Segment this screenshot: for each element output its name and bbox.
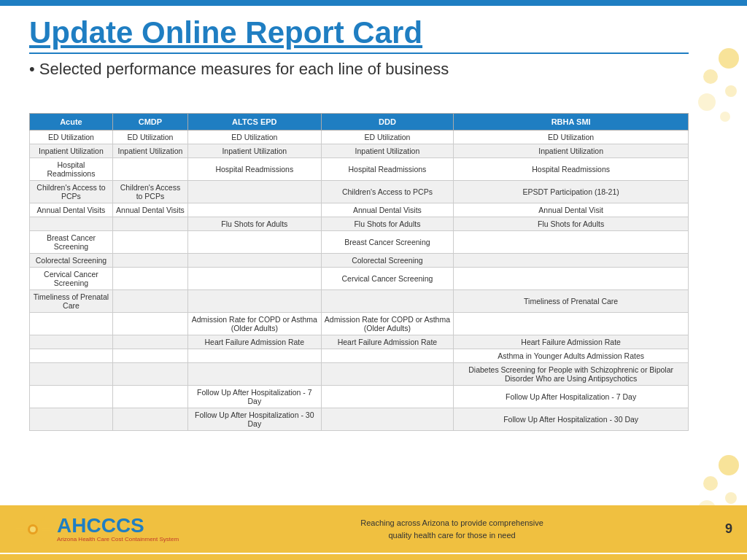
page-title: Update Online Report Card xyxy=(29,15,689,51)
table-cell: Hospital Readmissions xyxy=(30,158,113,181)
table-cell xyxy=(188,268,322,290)
table-row: Children's Access to PCPsChildren's Acce… xyxy=(30,181,689,203)
svg-point-19 xyxy=(30,526,36,532)
table-row: Heart Failure Admission RateHeart Failur… xyxy=(30,335,689,349)
table-cell xyxy=(30,335,113,349)
table-cell: Children's Access to PCPs xyxy=(30,181,113,203)
table-cell: Admission Rate for COPD or Asthma (Older… xyxy=(321,313,454,335)
table-cell: Breast Cancer Screening xyxy=(30,231,113,254)
table-cell: Asthma in Younger Adults Admission Rates xyxy=(454,349,689,363)
table-cell: Hospital Readmissions xyxy=(321,158,454,181)
table-cell: Heart Failure Admission Rate xyxy=(454,335,689,349)
svg-line-17 xyxy=(20,537,26,542)
table-cell: Inpatient Utilization xyxy=(30,144,113,158)
page-subtitle: Selected performance measures for each l… xyxy=(29,60,689,79)
table-row: Asthma in Younger Adults Admission Rates xyxy=(30,349,689,363)
table-row: Flu Shots for AdultsFlu Shots for Adults… xyxy=(30,217,689,231)
footer-logo: AHCCCS Arizona Health Care Cost Containm… xyxy=(15,511,179,548)
table-cell xyxy=(112,363,187,386)
title-divider xyxy=(29,52,689,54)
table-cell: Timeliness of Prenatal Care xyxy=(454,290,689,313)
table-cell: Flu Shots for Adults xyxy=(188,217,322,231)
table-cell: Flu Shots for Adults xyxy=(321,217,454,231)
table-row: Colorectal ScreeningColorectal Screening xyxy=(30,254,689,268)
table-cell xyxy=(188,181,322,203)
top-bar xyxy=(0,0,747,6)
deco-circles-top xyxy=(696,44,740,131)
table-cell: Breast Cancer Screening xyxy=(321,231,454,254)
table-row: ED UtilizationED UtilizationED Utilizati… xyxy=(30,131,689,144)
table-cell: Children's Access to PCPs xyxy=(112,181,187,203)
table-row: Breast Cancer ScreeningBreast Cancer Scr… xyxy=(30,231,689,254)
table-cell xyxy=(30,349,113,363)
table-cell: Flu Shots for Adults xyxy=(454,217,689,231)
table-cell: ED Utilization xyxy=(321,131,454,144)
svg-point-6 xyxy=(703,476,718,491)
table-row: Annual Dental VisitsAnnual Dental Visits… xyxy=(30,203,689,217)
table-cell xyxy=(30,386,113,408)
svg-point-7 xyxy=(725,492,737,504)
svg-point-0 xyxy=(719,48,739,69)
table-cell: Inpatient Utilization xyxy=(188,144,322,158)
footer: AHCCCS Arizona Health Care Cost Containm… xyxy=(0,505,747,553)
table-cell xyxy=(112,290,187,313)
table-row: Diabetes Screening for People with Schiz… xyxy=(30,363,689,386)
table-cell xyxy=(112,386,187,408)
table-cell: EPSDT Participation (18-21) xyxy=(454,181,689,203)
table-cell xyxy=(188,231,322,254)
table-cell: Heart Failure Admission Rate xyxy=(188,335,322,349)
table-cell xyxy=(188,290,322,313)
table-cell: Hospital Readmissions xyxy=(188,158,322,181)
title-section: Update Online Report Card Selected perfo… xyxy=(29,15,689,79)
bottom-bar xyxy=(0,554,747,560)
table-cell xyxy=(112,231,187,254)
performance-table: Acute CMDP ALTCS EPD DDD RBHA SMI ED Uti… xyxy=(29,113,689,431)
table-row: Follow Up After Hospitalization - 30 Day… xyxy=(30,408,689,431)
table-cell: Diabetes Screening for People with Schiz… xyxy=(454,363,689,386)
page-number: 9 xyxy=(725,521,732,537)
table-cell xyxy=(112,254,187,268)
logo-text-block: AHCCCS Arizona Health Care Cost Containm… xyxy=(57,516,179,543)
svg-point-5 xyxy=(719,455,739,475)
table-cell xyxy=(321,290,454,313)
col-header-altcs: ALTCS EPD xyxy=(188,114,322,131)
table-cell xyxy=(30,217,113,231)
table-cell xyxy=(454,313,689,335)
table-cell: Children's Access to PCPs xyxy=(321,181,454,203)
svg-line-15 xyxy=(40,537,45,542)
svg-line-14 xyxy=(20,517,26,522)
table-cell xyxy=(112,158,187,181)
performance-table-container: Acute CMDP ALTCS EPD DDD RBHA SMI ED Uti… xyxy=(29,113,689,431)
col-header-acute: Acute xyxy=(30,114,113,131)
table-cell: Follow Up After Hospitalization - 7 Day xyxy=(454,386,689,408)
table-cell xyxy=(454,268,689,290)
table-cell xyxy=(112,408,187,431)
col-header-rbha: RBHA SMI xyxy=(454,114,689,131)
table-cell: Cervical Cancer Screening xyxy=(30,268,113,290)
table-cell xyxy=(112,349,187,363)
table-cell: Colorectal Screening xyxy=(30,254,113,268)
table-cell: Inpatient Utilization xyxy=(454,144,689,158)
logo-subtext: Arizona Health Care Cost Containment Sys… xyxy=(57,536,179,543)
table-cell xyxy=(321,363,454,386)
table-row: Timeliness of Prenatal CareTimeliness of… xyxy=(30,290,689,313)
table-row: Follow Up After Hospitalization - 7 DayF… xyxy=(30,386,689,408)
table-cell xyxy=(454,231,689,254)
table-cell xyxy=(112,335,187,349)
svg-line-16 xyxy=(40,517,45,522)
table-cell: Follow Up After Hospitalization - 7 Day xyxy=(188,386,322,408)
table-cell xyxy=(112,268,187,290)
ahcccs-logo-sun xyxy=(15,511,51,548)
svg-point-3 xyxy=(698,93,716,111)
table-cell xyxy=(188,363,322,386)
table-cell: ED Utilization xyxy=(188,131,322,144)
table-cell: Annual Dental Visits xyxy=(30,203,113,217)
table-cell: ED Utilization xyxy=(30,131,113,144)
table-cell: Colorectal Screening xyxy=(321,254,454,268)
svg-point-4 xyxy=(720,112,730,122)
table-cell: Timeliness of Prenatal Care xyxy=(30,290,113,313)
table-cell: ED Utilization xyxy=(112,131,187,144)
table-cell: Hospital Readmissions xyxy=(454,158,689,181)
col-header-cmdp: CMDP xyxy=(112,114,187,131)
table-cell xyxy=(30,408,113,431)
